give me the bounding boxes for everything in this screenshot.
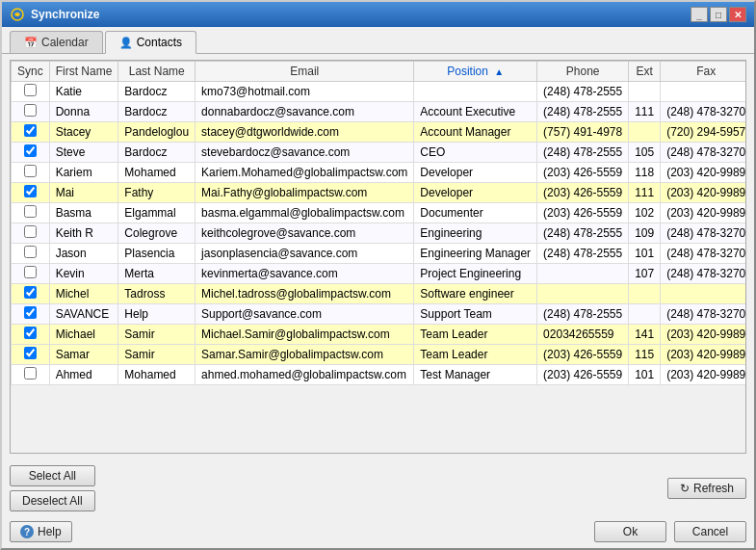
window-icon (10, 7, 25, 22)
last-name-cell: Samir (118, 325, 196, 345)
table-scroll[interactable]: Sync First Name Last Name Email Position… (11, 61, 745, 453)
first-name-cell: Basma (49, 203, 118, 223)
table-row: Keith RColegrovekeithcolegrove@savance.c… (12, 223, 746, 244)
fax-cell: (248) 478-3270 (661, 264, 745, 284)
ok-button[interactable]: Ok (594, 521, 666, 542)
table-row: SAVANCEHelpSupport@savance.comSupport Te… (12, 304, 746, 325)
ext-cell: 111 (629, 183, 661, 203)
help-button[interactable]: ? Help (10, 521, 72, 542)
ext-cell: 107 (629, 264, 661, 284)
sync-checkbox[interactable] (24, 347, 37, 359)
window-title: Synchronize (31, 8, 99, 21)
phone-cell (537, 284, 629, 304)
sync-checkbox[interactable] (24, 286, 37, 299)
sync-checkbox[interactable] (24, 246, 37, 258)
first-name-cell: Stacey (49, 122, 118, 143)
sync-checkbox[interactable] (24, 225, 37, 238)
maximize-button[interactable]: □ (710, 7, 727, 22)
first-name-cell: Donna (49, 102, 118, 122)
col-phone-header[interactable]: Phone (537, 62, 629, 82)
ext-cell (629, 284, 661, 304)
first-name-cell: Keith R (49, 223, 118, 244)
fax-cell: (203) 420-9989 (661, 325, 745, 345)
first-name-cell: Michael (49, 325, 118, 345)
ok-cancel-buttons: Ok Cancel (594, 521, 746, 542)
col-ext-header[interactable]: Ext (629, 62, 661, 82)
email-cell: Michel.tadross@globalimpactsw.com (196, 284, 414, 304)
ext-cell: 101 (629, 244, 661, 264)
sync-checkbox[interactable] (24, 84, 37, 96)
refresh-button[interactable]: ↻ Refresh (667, 478, 746, 499)
ext-cell: 101 (629, 365, 661, 385)
sync-checkbox[interactable] (24, 367, 37, 380)
sync-checkbox[interactable] (24, 104, 37, 117)
contacts-table: Sync First Name Last Name Email Position… (11, 61, 745, 385)
col-email-header[interactable]: Email (196, 62, 414, 82)
first-name-cell: Jason (49, 244, 118, 264)
col-sync-header[interactable]: Sync (12, 62, 50, 82)
last-name-cell: Tadross (118, 284, 196, 304)
help-label: Help (38, 525, 62, 538)
refresh-button-container: ↻ Refresh (667, 478, 746, 499)
sync-checkbox[interactable] (24, 306, 37, 319)
ext-cell (629, 304, 661, 325)
phone-cell: 02034265559 (537, 325, 629, 345)
col-first-header[interactable]: First Name (49, 62, 118, 82)
ext-cell (629, 82, 661, 102)
tab-calendar[interactable]: 📅 Calendar (10, 31, 103, 53)
minimize-button[interactable]: _ (691, 7, 708, 22)
fax-cell: (248) 478-3270 (661, 244, 745, 264)
sync-checkbox[interactable] (24, 124, 37, 137)
sync-cell (12, 284, 50, 304)
phone-cell: (248) 478-2555 (537, 143, 629, 163)
last-name-cell: Elgammal (118, 203, 196, 223)
email-cell: basma.elgammal@globalimpactsw.com (196, 203, 414, 223)
content-area: Sync First Name Last Name Email Position… (2, 54, 754, 459)
sync-cell (12, 82, 50, 102)
position-cell: Support Team (414, 304, 537, 325)
fax-cell: (203) 420-9989 (661, 345, 745, 365)
position-cell: Developer (414, 183, 537, 203)
col-position-header[interactable]: Position ▲ (414, 62, 537, 82)
table-row: MichaelSamirMichael.Samir@globalimpactsw… (12, 325, 746, 345)
table-row: SamarSamirSamar.Samir@globalimpactsw.com… (12, 345, 746, 365)
position-cell: Documenter (414, 203, 537, 223)
sync-checkbox[interactable] (24, 327, 37, 339)
cancel-button[interactable]: Cancel (674, 521, 746, 542)
sync-checkbox[interactable] (24, 165, 37, 177)
email-cell: kevinmerta@savance.com (196, 264, 414, 284)
fax-cell: (720) 294-5957 (661, 122, 745, 143)
first-name-cell: Mai (49, 183, 118, 203)
first-name-cell: Samar (49, 345, 118, 365)
sync-cell (12, 122, 50, 143)
sync-checkbox[interactable] (24, 266, 37, 278)
table-row: StaceyPandelogloustacey@dtgworldwide.com… (12, 122, 746, 143)
sync-cell (12, 163, 50, 183)
title-buttons: _ □ ✕ (691, 7, 746, 22)
fax-cell: (203) 420-9989 (661, 203, 745, 223)
email-cell: Samar.Samir@globalimpactsw.com (196, 345, 414, 365)
fax-cell (661, 284, 745, 304)
sync-checkbox[interactable] (24, 144, 37, 157)
table-row: SteveBardoczstevebardocz@savance.comCEO(… (12, 143, 746, 163)
position-cell: Test Manager (414, 365, 537, 385)
first-name-cell: Steve (49, 143, 118, 163)
select-all-button[interactable]: Select All (10, 465, 95, 486)
ext-cell (629, 122, 661, 143)
position-cell (414, 82, 537, 102)
ext-cell: 102 (629, 203, 661, 223)
phone-cell: (248) 478-2555 (537, 244, 629, 264)
col-last-header[interactable]: Last Name (118, 62, 196, 82)
sync-checkbox[interactable] (24, 205, 37, 218)
refresh-label: Refresh (693, 482, 734, 495)
sync-checkbox[interactable] (24, 185, 37, 197)
ext-cell: 111 (629, 102, 661, 122)
fax-cell: (248) 478-3270 (661, 143, 745, 163)
close-button[interactable]: ✕ (729, 7, 746, 22)
col-fax-header[interactable]: Fax (661, 62, 745, 82)
email-cell: Mai.Fathy@globalimpactsw.com (196, 183, 414, 203)
first-name-cell: Michel (49, 284, 118, 304)
tab-contacts[interactable]: 👤 Contacts (105, 31, 196, 54)
sync-cell (12, 223, 50, 244)
deselect-all-button[interactable]: Deselect All (10, 490, 95, 511)
